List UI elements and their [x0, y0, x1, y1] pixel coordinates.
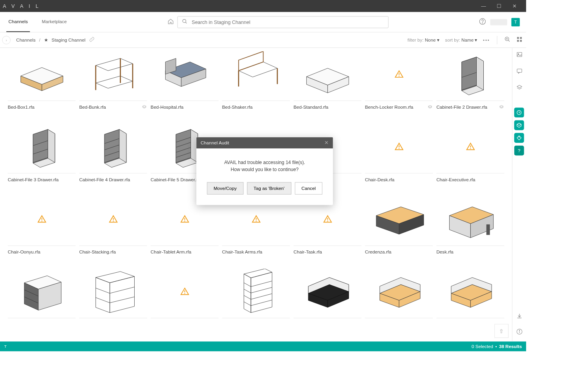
- tile-meta: [365, 318, 433, 332]
- grid-tile[interactable]: Bed-Standard.rfa: [294, 48, 362, 120]
- tile-thumbnail: [365, 265, 433, 318]
- tile-meta: Bench-Locker Room.rfa: [365, 100, 433, 120]
- comments-panel-icon[interactable]: [516, 68, 522, 75]
- tile-label: Bed-Bunk.rfa: [79, 104, 106, 109]
- scroll-top-button[interactable]: ⇧: [494, 324, 508, 338]
- rail-badge-tag[interactable]: [514, 133, 524, 143]
- grid-tile[interactable]: [436, 265, 504, 332]
- modal-titlebar: Channel Audit ✕: [196, 137, 333, 149]
- grid-tile[interactable]: Cabinet-File 2 Drawer.rfa: [436, 48, 504, 120]
- grid-tile[interactable]: [294, 265, 362, 332]
- grid-tile[interactable]: [79, 265, 147, 332]
- help-icon[interactable]: [479, 18, 486, 26]
- grid-tile[interactable]: Bed-Bunk.rfa: [79, 48, 147, 120]
- status-selected: 0 Selected: [472, 344, 493, 349]
- info-icon[interactable]: [516, 328, 522, 336]
- layers-panel-icon[interactable]: [516, 84, 522, 92]
- tile-label: Bed-Standard.rfa: [294, 104, 329, 109]
- tile-label: Cabinet-File 5 Drawer.rfa: [151, 177, 202, 182]
- nav-tab-marketplace[interactable]: Marketplace: [40, 12, 69, 32]
- tile-thumbnail: [294, 48, 362, 100]
- grid-tile[interactable]: Credenza.rfa: [365, 193, 433, 265]
- tile-meta: Cabinet-File 4 Drawer.rfa: [79, 173, 147, 193]
- tile-meta: Chair-Oonyu.rfa: [8, 246, 76, 265]
- app-title: A V A I L: [3, 3, 40, 9]
- svg-point-3: [482, 23, 483, 23]
- window-minimize-button[interactable]: —: [477, 0, 492, 12]
- tile-thumbnail: [222, 265, 290, 318]
- grid-tile[interactable]: Bench-Locker Room.rfa: [365, 48, 433, 120]
- filter-dropdown[interactable]: None ▾: [425, 37, 439, 42]
- svg-point-38: [399, 148, 399, 149]
- rail-badge-box[interactable]: [514, 120, 524, 130]
- search-bar[interactable]: [177, 16, 389, 28]
- status-results: 38 Results: [499, 344, 522, 349]
- layers-icon[interactable]: [141, 104, 147, 111]
- grid-tile[interactable]: Chair-Executive.rfa: [436, 120, 504, 193]
- modal-close-button[interactable]: ✕: [324, 140, 329, 146]
- svg-line-55: [110, 287, 134, 293]
- rail-badge-help[interactable]: ?: [514, 146, 524, 155]
- more-options-button[interactable]: •••: [483, 37, 490, 42]
- svg-line-66: [244, 302, 251, 306]
- svg-point-72: [519, 137, 519, 137]
- tile-meta: Chair-Task Arms.rfa: [222, 246, 290, 265]
- grid-tile[interactable]: Chair-Desk.rfa: [365, 120, 433, 193]
- svg-point-48: [256, 221, 256, 221]
- grid-tile[interactable]: [151, 265, 219, 332]
- rail-badge-clock[interactable]: [514, 108, 524, 117]
- tile-label: Bed-Hospital.rfa: [151, 104, 184, 109]
- tile-meta: Chair-Desk.rfa: [365, 173, 433, 193]
- grid-tile[interactable]: [365, 265, 433, 332]
- zoom-icon[interactable]: [504, 36, 510, 44]
- tile-thumbnail: [436, 120, 504, 173]
- tile-thumbnail: [222, 48, 290, 100]
- grid-tile[interactable]: [222, 265, 290, 332]
- grid-tile[interactable]: Cabinet-File 3 Drawer.rfa: [8, 120, 76, 193]
- grid-tile[interactable]: Chair-Stacking.rfa: [79, 193, 147, 265]
- grid-tile[interactable]: [8, 265, 76, 332]
- layers-icon[interactable]: [427, 104, 433, 111]
- svg-line-54: [95, 288, 110, 293]
- grid-tile[interactable]: Chair-Oonyu.rfa: [8, 193, 76, 265]
- preview-panel-icon[interactable]: [516, 51, 522, 59]
- grid-tile[interactable]: Cabinet-File 4 Drawer.rfa: [79, 120, 147, 193]
- grid-tile[interactable]: Bed-Box1.rfa: [8, 48, 76, 120]
- star-icon[interactable]: ★: [44, 37, 48, 42]
- expand-sidebar-button[interactable]: ›: [2, 36, 11, 44]
- grid-tile[interactable]: Bed-Shaker.rfa: [222, 48, 290, 120]
- svg-point-46: [184, 221, 185, 221]
- layers-icon[interactable]: [499, 104, 504, 111]
- tag-broken-button[interactable]: Tag as 'Broken': [247, 182, 291, 194]
- tile-meta: Chair-Stacking.rfa: [79, 246, 147, 265]
- tile-meta: Desk.rfa: [436, 246, 504, 265]
- tile-meta: [151, 318, 219, 332]
- grid-tile[interactable]: Desk.rfa: [436, 193, 504, 265]
- search-input[interactable]: [191, 19, 384, 25]
- tile-meta: Bed-Standard.rfa: [294, 100, 362, 120]
- window-close-button[interactable]: ✕: [508, 0, 523, 12]
- move-copy-button[interactable]: Move/Copy: [207, 182, 243, 194]
- tile-meta: Cabinet-File 3 Drawer.rfa: [8, 173, 76, 193]
- tile-thumbnail: [365, 48, 433, 100]
- cancel-button[interactable]: Cancel: [295, 182, 322, 194]
- grid-view-icon[interactable]: [516, 36, 523, 44]
- sort-dropdown[interactable]: Name ▾: [461, 37, 477, 42]
- breadcrumb-current: Staging Channel: [51, 37, 85, 42]
- svg-point-0: [183, 19, 186, 22]
- user-avatar[interactable]: T: [511, 18, 520, 26]
- svg-line-65: [251, 294, 272, 299]
- tile-meta: Chair-Task.rfa: [294, 246, 362, 265]
- svg-line-61: [251, 281, 272, 286]
- svg-line-67: [251, 300, 272, 306]
- home-icon[interactable]: [167, 18, 174, 26]
- link-icon[interactable]: [89, 36, 94, 43]
- window-maximize-button[interactable]: ☐: [492, 0, 508, 12]
- breadcrumb-root[interactable]: Channels: [16, 37, 35, 42]
- tile-thumbnail: [294, 265, 362, 318]
- nav-tab-channels[interactable]: Channels: [6, 12, 30, 32]
- svg-rect-68: [517, 53, 521, 57]
- grid-tile[interactable]: Bed-Hospital.rfa: [151, 48, 219, 120]
- chevron-down-icon: ▾: [437, 37, 439, 42]
- download-icon[interactable]: [516, 313, 522, 321]
